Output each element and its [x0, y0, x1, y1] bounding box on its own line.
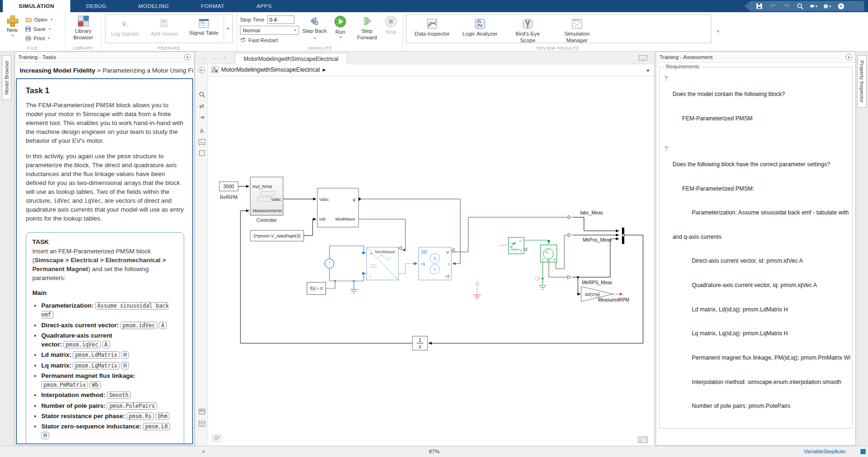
redo-icon[interactable]: ↷ — [783, 2, 790, 10]
svg-text:ModWave: ModWave — [375, 249, 395, 254]
fast-restart-label: Fast Restart — [248, 37, 278, 43]
keyboard-shortcuts-icon[interactable] — [639, 54, 647, 63]
block-controller[interactable]: Ref_RPM Vabc Measurements Controller — [250, 177, 283, 223]
tab-apps[interactable]: APPS — [240, 0, 288, 12]
svg-text:I: I — [448, 262, 449, 266]
log-signals-button[interactable]: Log Signals — [105, 15, 145, 46]
resize-grip[interactable] — [861, 449, 866, 454]
signal-label[interactable]: Iabc_Meas — [580, 210, 603, 215]
search-icon[interactable] — [796, 2, 804, 10]
simulation-mode-select[interactable]: Normal ▾ — [240, 26, 299, 35]
block-vdc-constant[interactable]: 2*pmsm.V_rated/sqrt(3) — [250, 230, 304, 241]
assessment-panel-menu-icon[interactable]: ▼ — [846, 54, 852, 60]
unconnected-ground[interactable] — [473, 282, 481, 299]
breadcrumb-dropdown-icon[interactable]: ▼ — [646, 68, 650, 73]
solver-status[interactable]: VariableStepAuto — [804, 449, 846, 454]
document-tab-bar: ← → ↑ MotorModelingwithSimscapeElectrica… — [195, 52, 654, 64]
block-diagram: 3500 RefRPM Ref_RPM Vabc Measurements Co… — [208, 76, 654, 446]
tasks-panel-menu-icon[interactable]: ▼ — [184, 54, 191, 60]
help-icon[interactable]: ?▾ — [823, 2, 831, 10]
tab-modeling[interactable]: MODELING — [122, 0, 185, 12]
requirement-item[interactable]: ? Does the model contain the following b… — [664, 74, 850, 139]
breadcrumb-chevron-icon[interactable]: ▶ — [323, 67, 326, 72]
zoom-icon[interactable] — [195, 91, 208, 99]
block-modwave-generator[interactable]: Vabc vdc g ModWave — [317, 188, 361, 227]
property-inspector-tab[interactable]: Property Inspector — [857, 55, 867, 108]
undo-icon[interactable]: ↶ — [769, 2, 777, 10]
library-browser-button[interactable]: Library Browser — [66, 12, 101, 43]
requirement-item[interactable]: ? Does the following block have the corr… — [664, 145, 850, 428]
quick-access-toolbar: ↶ ↷ ▾ ?▾ — [744, 1, 864, 11]
ribbon-overflow-icon[interactable]: ▾ — [717, 29, 719, 34]
task-instructions-box: TASK Insert an FEM-Parameterized PMSM bl… — [26, 232, 184, 444]
signal-table-button[interactable]: Signal Table — [184, 15, 224, 46]
hide-explorer-bar-button[interactable] — [195, 64, 208, 76]
svg-text:~1: ~1 — [420, 262, 425, 266]
svg-text:Vabc: Vabc — [319, 197, 329, 202]
signal-label[interactable]: MeasuredRPM — [598, 297, 629, 302]
add-viewer-button[interactable]: Add Viewer — [145, 15, 184, 46]
block-dc-source[interactable]: + - — [325, 259, 334, 268]
simulation-manager-button[interactable]: Simulation Manager — [555, 15, 599, 46]
export-favorites-icon[interactable]: ▾ — [810, 2, 817, 10]
block-pmsm-winding[interactable]: R C T — [509, 237, 527, 254]
signal-label[interactable]: MtrRPS_Meas — [582, 280, 612, 285]
new-button[interactable]: New ▾ — [3, 12, 22, 43]
model-breadcrumb-label[interactable]: MotorModelingwithSimscapeElectrical — [221, 66, 320, 73]
fast-restart-toggle[interactable]: Fast Restart — [240, 37, 300, 43]
nav-up-icon[interactable]: ↑ — [224, 54, 227, 61]
breadcrumb-section[interactable]: Increasing Model Fidelity — [20, 67, 95, 74]
run-button[interactable]: Run ▾ — [330, 12, 351, 43]
logic-analyzer-button[interactable]: Logic Analyzer — [460, 15, 500, 46]
step-forward-button[interactable]: Step Forward — [353, 12, 381, 43]
save-button[interactable]: Save▾ — [25, 24, 52, 34]
image-annotation-icon[interactable] — [195, 139, 208, 146]
ribbon-group-prepare: Log Signals Add Viewer Signal Table ▼ PR… — [101, 12, 237, 51]
save-icon[interactable] — [756, 2, 763, 10]
model-canvas[interactable]: 3500 RefRPM Ref_RPM Vabc Measurements Co… — [208, 76, 654, 446]
step-back-button[interactable]: Step Back ▾ — [301, 12, 328, 43]
area-annotation-icon[interactable] — [195, 150, 208, 157]
stop-button[interactable]: Stop — [381, 12, 401, 43]
svg-text:R: R — [510, 245, 513, 249]
tab-debug[interactable]: DEBUG — [70, 0, 122, 12]
birds-eye-scope-button[interactable]: Bird's-Eye Scope — [508, 15, 548, 46]
print-button[interactable]: Print▾ — [25, 34, 52, 43]
palette-expand-icon[interactable]: » — [202, 448, 205, 455]
tab-simulation[interactable]: SIMULATION — [3, 0, 70, 12]
fit-to-view-icon[interactable]: ⇥ — [195, 114, 208, 121]
nav-forward-icon[interactable]: → — [211, 54, 218, 61]
data-inspector-button[interactable]: Data Inspector — [412, 15, 452, 46]
ribbon-group-review: Data Inspector Logic Analyzer Bird's-Eye… — [403, 12, 714, 51]
signal-table-label: Signal Table — [189, 30, 218, 37]
unconnected-node[interactable] — [536, 277, 542, 280]
signal-label[interactable]: MtrPos_Meas — [583, 237, 612, 243]
viewmarks-icon[interactable] — [195, 409, 208, 416]
block-converter[interactable]: + - ModWave — [367, 246, 402, 280]
svg-text:T: T — [520, 249, 522, 253]
canvas-view-button[interactable] — [638, 436, 648, 443]
schedule-editor-icon[interactable] — [195, 421, 208, 428]
pan-icon[interactable]: ⇄ — [195, 103, 208, 110]
block-unit-delay[interactable]: 1 z — [412, 336, 427, 350]
annotation-icon[interactable]: A — [195, 128, 208, 134]
stop-time-input[interactable] — [267, 15, 294, 24]
legend-toggle-button[interactable] — [212, 434, 222, 442]
nav-back-icon[interactable]: ← — [200, 54, 207, 61]
prepare-overflow-button[interactable]: ▼ — [224, 15, 232, 43]
tab-format[interactable]: FORMAT — [185, 0, 240, 12]
minimize-ribbon-icon[interactable] — [837, 2, 845, 10]
right-dock-strip: Property Inspector — [856, 52, 868, 446]
signal-table-icon — [199, 18, 209, 29]
block-rotational-sensor[interactable]: C W A — [540, 245, 557, 262]
model-browser-tab[interactable]: Model Browser — [2, 55, 11, 100]
open-button[interactable]: Open▾ — [25, 15, 52, 24]
block-three-phase-meter[interactable]: 3Ø A V ~1 V I ~2 — [419, 247, 454, 280]
panel-splitter[interactable] — [195, 52, 195, 446]
training-tasks-panel: Training - Tasks ▼ Increasing Model Fide… — [15, 52, 195, 446]
svg-text:C: C — [519, 239, 522, 243]
list-item: Interpolation method:Smooth — [41, 391, 178, 399]
block-refrpm-constant[interactable]: 3500 RefRPM — [219, 182, 238, 200]
model-document-tab[interactable]: MotorModelingwithSimscapeElectrical — [235, 53, 347, 65]
block-solver-configuration[interactable]: f(x) = 0 — [307, 282, 326, 295]
